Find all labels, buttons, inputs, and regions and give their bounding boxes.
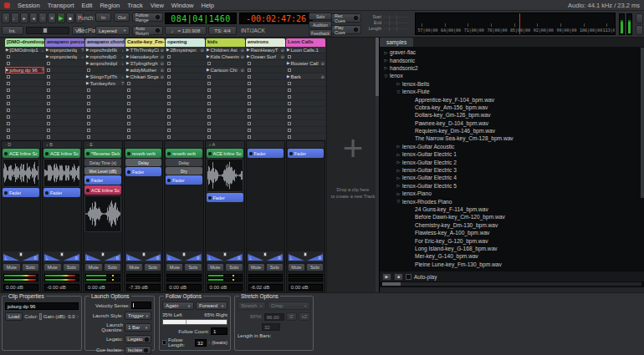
plugin-processor[interactable]: ACE Inline Scope	[43, 149, 80, 158]
expanded-icon[interactable]: ▽	[382, 74, 390, 79]
empty-clip-slot[interactable]	[286, 120, 325, 127]
pan-widget[interactable]: LR	[248, 251, 284, 262]
follow-direction-dropdown[interactable]: Forward▼	[196, 302, 227, 310]
empty-clip-slot[interactable]	[5, 87, 44, 94]
solo-button[interactable]: Solo	[225, 263, 243, 271]
follow-length-spinner[interactable]: ↕	[208, 340, 211, 345]
tree-folder[interactable]: ▷lenox-Bells	[380, 80, 644, 88]
mute-button[interactable]: Mute	[248, 263, 265, 271]
fader-processor[interactable]: Fader	[248, 149, 284, 158]
mute-button[interactable]: Mute	[84, 263, 103, 271]
empty-clip-slot[interactable]	[45, 87, 84, 94]
collapsed-icon[interactable]: ▷	[395, 144, 402, 149]
expanded-icon[interactable]: ▽	[395, 199, 402, 204]
empty-clip-slot[interactable]	[206, 134, 245, 140]
empty-clip-slot[interactable]	[166, 53, 205, 60]
empty-clip-slot[interactable]	[246, 127, 285, 134]
follow-count-input[interactable]: 1	[211, 327, 227, 335]
pan-widget[interactable]: LR	[166, 251, 202, 262]
launch-style-dropdown[interactable]: Trigger▼	[125, 312, 151, 320]
tree-file[interactable]: The Narrow Sea-key_Cm-128_bpm.wav	[380, 134, 644, 142]
mute-button[interactable]: Mute	[166, 263, 183, 271]
clip-slot[interactable]: ▶mpnchrdlp0↓	[85, 53, 125, 60]
clip-slot[interactable]: ▶[DMOdrmlp1↓	[5, 47, 44, 53]
clip-slot[interactable]: ▶Loon Calls.1	[286, 47, 325, 53]
audition-button[interactable]: Audition	[309, 21, 332, 28]
pan-widget[interactable]: LR	[125, 251, 161, 262]
clip-slot[interactable]: ▶mpnprcisnlq?	[45, 47, 84, 53]
clip-slot[interactable]: ▶TThThmkyCi⊘	[125, 47, 165, 53]
collapsed-icon[interactable]: ▷	[382, 50, 390, 55]
double-tempo-button[interactable]: x2	[299, 312, 310, 321]
empty-clip-slot[interactable]	[5, 120, 44, 127]
expanded-icon[interactable]: ▽	[395, 89, 402, 94]
fader-processor[interactable]: Fader	[125, 167, 161, 176]
track-header[interactable]: Loon Calls	[286, 38, 325, 47]
empty-clip-slot[interactable]	[166, 74, 205, 80]
empty-clip-slot[interactable]	[206, 114, 245, 120]
empty-clip-slot[interactable]	[125, 127, 165, 134]
mute-button[interactable]: Mute	[43, 263, 62, 271]
collapsed-icon[interactable]: ▷	[395, 81, 402, 86]
follow-length-input[interactable]: 32	[195, 339, 207, 347]
fader-processor[interactable]: Fader	[3, 188, 39, 197]
empty-clip-slot[interactable]	[246, 114, 285, 120]
empty-clip-slot[interactable]	[85, 94, 125, 100]
metronome-button[interactable]: ♩	[11, 13, 19, 23]
plugin-control[interactable]: Dry	[166, 167, 202, 175]
tree-file[interactable]: Apprentice-key_F-104_bpm.wav	[380, 95, 644, 103]
tree-file[interactable]: Chemistry-key_Dm-130_bpm.wav	[380, 221, 644, 229]
mute-button[interactable]: Mute	[207, 263, 225, 271]
pan-knob[interactable]	[304, 252, 307, 256]
follow-probability-slider[interactable]	[162, 319, 227, 325]
loop-button[interactable]: ○	[38, 13, 47, 23]
tree-folder[interactable]: ▷handsonic	[380, 56, 644, 63]
clip-name-field[interactable]: joburg dp 96	[5, 302, 79, 310]
empty-clip-slot[interactable]	[85, 107, 125, 114]
tree-file[interactable]: Requiem-key_Dm-146_bpm.wav	[380, 127, 644, 134]
plugin-processor[interactable]: reverb verb	[166, 149, 202, 158]
clip-slot[interactable]: ▶TornkeyArn?	[85, 80, 125, 87]
menu-transport[interactable]: Transport	[48, 2, 74, 9]
pan-widget[interactable]: LR	[43, 251, 80, 262]
empty-clip-slot[interactable]	[45, 67, 84, 74]
tree-file[interactable]: Before Dawn-key_Cm-120_bpm.wav	[380, 213, 644, 221]
bpm-input[interactable]: 96.00	[264, 313, 284, 321]
menu-edit[interactable]: Edit	[82, 2, 93, 9]
empty-clip-slot[interactable]	[5, 127, 44, 134]
track-header[interactable]: amapano chordz fak	[85, 38, 125, 47]
empty-clip-slot[interactable]	[166, 60, 205, 67]
empty-clip-slot[interactable]	[246, 60, 285, 67]
collapsed-icon[interactable]: ▷	[395, 183, 402, 188]
empty-clip-slot[interactable]	[45, 127, 84, 134]
load-button[interactable]: Load	[5, 312, 23, 321]
empty-clip-slot[interactable]	[5, 60, 44, 67]
menu-view[interactable]: View	[151, 2, 164, 9]
clip-slot[interactable]: ▶ampnchrdipl↓	[85, 60, 125, 67]
empty-clip-slot[interactable]	[286, 94, 325, 100]
plugin-control[interactable]: Delay	[166, 159, 202, 166]
plugin-processor[interactable]: ACE Inline Scope	[207, 149, 243, 158]
clip-slot[interactable]: ▶Children Asi⊘	[206, 47, 245, 53]
mute-button[interactable]: Mute	[125, 263, 143, 271]
tree-folder[interactable]: ▷handsonic2	[380, 64, 644, 72]
tree-file[interactable]: 24 Guns-key_F-114_bpm.wav	[380, 205, 644, 213]
empty-clip-slot[interactable]	[5, 80, 44, 87]
empty-clip-slot[interactable]	[5, 134, 44, 140]
pan-knob[interactable]	[182, 252, 186, 256]
plugin-control[interactable]: Delay	[125, 159, 161, 166]
empty-clip-slot[interactable]	[85, 114, 125, 120]
preview-stop-button[interactable]: ■	[394, 273, 403, 281]
empty-clip-slot[interactable]	[166, 114, 205, 120]
solo-button[interactable]: Solo	[309, 13, 332, 20]
velocity-sense-input[interactable]	[131, 302, 151, 309]
empty-clip-slot[interactable]	[206, 87, 245, 94]
midi-panic-button[interactable]: !	[2, 13, 10, 23]
new-track-dropzone[interactable]: + Drop a clip here to create a new Track	[326, 38, 379, 292]
track-header[interactable]: opening	[166, 38, 205, 47]
stretch-mode-dropdown[interactable]: Stretch▼	[238, 302, 266, 310]
empty-clip-slot[interactable]	[286, 67, 325, 74]
secondary-clock[interactable]: -00:02:47:26	[239, 13, 313, 24]
tempo-button[interactable]: ♩ = 120.908	[165, 26, 207, 35]
empty-clip-slot[interactable]	[166, 87, 205, 94]
